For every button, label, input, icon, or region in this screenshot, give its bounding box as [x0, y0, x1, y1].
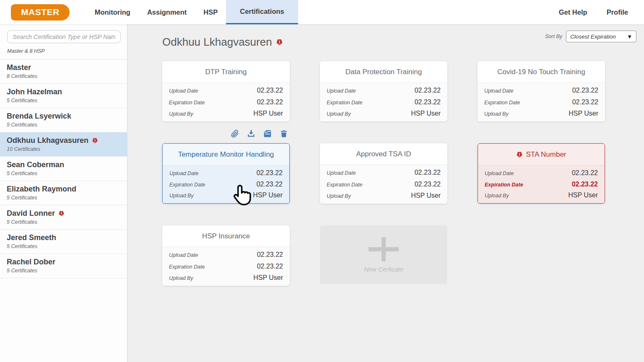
upload-by-value: HSP User — [411, 192, 441, 199]
certificate-card-approved-tsa-id[interactable]: Approved TSA ID Upload Date02.23.22 Expi… — [320, 143, 447, 204]
alert-icon — [516, 151, 523, 158]
sort-by-label: Sort By — [545, 34, 562, 39]
upload-by-label: Upload By — [169, 111, 193, 117]
upload-date-value: 02.23.22 — [415, 87, 441, 94]
nav-tabs: Monitoring Assignment HSP Certifications — [86, 0, 298, 24]
sidebar-item-rachel-dober[interactable]: Rachel Dober 5 Certificates — [0, 254, 127, 278]
nav-tab-assignment[interactable]: Assignment — [139, 0, 195, 24]
expiration-date-label: Expiration Date — [484, 100, 520, 106]
attach-icon[interactable] — [230, 129, 239, 138]
sidebar-item-name: Odkhuu Lkhagvasuren — [7, 136, 88, 145]
expiration-date-label: Expiration Date — [169, 264, 205, 270]
expiration-date-value: 02.23.22 — [257, 263, 283, 270]
sidebar-item-count: 10 Certificates — [7, 146, 120, 152]
alert-icon — [92, 137, 98, 144]
sort-dropdown[interactable]: Closest Expiration ▼ — [566, 31, 636, 42]
profile-link[interactable]: Profile — [607, 8, 628, 16]
nav-tab-certifications[interactable]: Certifications — [226, 0, 298, 24]
sidebar-item-john-hazelman[interactable]: John Hazelman 5 Certificates — [0, 84, 127, 108]
sidebar-item-elizabeth-raymond[interactable]: Elizabeth Raymond 5 Certificates — [0, 181, 127, 205]
sort-control: Sort By Closest Expiration ▼ — [545, 31, 636, 42]
main-content: Odkhuu Lkhagvasuren Sort By Closest Expi… — [128, 24, 644, 362]
upload-date-label: Upload Date — [169, 252, 198, 258]
sidebar-item-name: Rachel Dober — [7, 258, 55, 266]
card-title: Approved TSA ID — [356, 150, 411, 158]
certificate-card-dtp-training[interactable]: DTP Training Upload Date02.23.22 Expirat… — [162, 61, 290, 122]
expiration-date-value: 02.23.22 — [572, 98, 598, 106]
upload-by-value: HSP User — [568, 191, 598, 199]
upload-date-label: Upload Date — [484, 88, 514, 94]
expiration-date-value: 02.23.22 — [257, 181, 283, 188]
upload-by-label: Upload By — [169, 275, 193, 281]
document-icon[interactable] — [263, 129, 272, 138]
upload-date-value: 02.23.22 — [572, 87, 598, 94]
upload-date-label: Upload Date — [169, 88, 198, 94]
expiration-date-label: Expiration Date — [169, 100, 205, 106]
sidebar-item-jered-smeeth[interactable]: Jered Smeeth 5 Certificates — [0, 230, 127, 254]
upload-by-value: HSP User — [253, 191, 283, 199]
card-title: Covid-19 No Touch Training — [497, 68, 585, 76]
sidebar-item-count: 5 Certificates — [7, 122, 120, 128]
chevron-down-icon: ▼ — [627, 34, 632, 40]
upload-date-label: Upload Date — [485, 171, 514, 176]
upload-by-label: Upload By — [169, 193, 194, 199]
certificate-card-hsp-insurance[interactable]: HSP Insurance Upload Date02.23.22 Expira… — [162, 225, 290, 286]
sidebar-item-count: 8 Certificates — [7, 73, 120, 79]
alert-icon — [58, 210, 65, 217]
alert-icon — [276, 39, 283, 46]
sidebar-item-name: Master — [7, 63, 31, 72]
upload-date-value: 02.23.22 — [572, 169, 598, 177]
upload-by-label: Upload By — [327, 193, 351, 199]
sidebar-item-name: Sean Coberman — [7, 160, 64, 169]
new-certificate-label: New Cerficate — [364, 266, 403, 273]
expiration-date-label: Expiration Date — [169, 182, 205, 188]
expiration-date-label: Expiration Date — [485, 182, 523, 188]
upload-date-value: 02.23.22 — [415, 169, 441, 176]
upload-by-label: Upload By — [327, 111, 351, 117]
expiration-date-value: 02.23.22 — [257, 98, 283, 106]
page-title-text: Odkhuu Lkhagvasuren — [162, 36, 272, 49]
sidebar-item-count: 5 Certificates — [7, 171, 120, 176]
sidebar-item-count: 5 Certificates — [7, 98, 120, 103]
card-title: STA Number — [526, 150, 566, 159]
expiration-date-label: Expiration Date — [327, 182, 362, 188]
page-title: Odkhuu Lkhagvasuren — [162, 36, 283, 49]
sidebar-item-david-lonner[interactable]: David Lonner 5 Certificates — [0, 205, 127, 230]
sidebar-item-name: David Lonner — [7, 209, 55, 218]
certificate-card-temperature-monitor-handling[interactable]: Temperature Monitor Handling Upload Date… — [162, 143, 290, 204]
sidebar-item-name: Brenda Lsyerwick — [7, 112, 71, 121]
sidebar-item-odkhuu-lkhagvasuren[interactable]: Odkhuu Lkhagvasuren 10 Certificates — [0, 132, 127, 157]
sidebar-item-name: John Hazelman — [7, 88, 62, 96]
sidebar-item-count: 5 Certificates — [7, 219, 120, 225]
search-input[interactable] — [7, 30, 121, 43]
nav-tab-monitoring[interactable]: Monitoring — [86, 0, 139, 24]
certificate-card-covid19-no-touch-training[interactable]: Covid-19 No Touch Training Upload Date02… — [478, 61, 605, 122]
search-wrap — [0, 24, 127, 43]
card-actions-toolbar — [230, 129, 290, 138]
sidebar-item-master[interactable]: Master 8 Certificates — [0, 59, 127, 84]
nav-tab-hsp[interactable]: HSP — [195, 0, 226, 24]
download-icon[interactable] — [247, 129, 256, 138]
hsp-sidebar: Master & 8 HSP Master 8 Certificates Joh… — [0, 24, 127, 362]
sidebar-item-brenda-lsyerwick[interactable]: Brenda Lsyerwick 5 Certificates — [0, 108, 127, 132]
upload-date-label: Upload Date — [327, 170, 356, 176]
sidebar-item-sean-coberman[interactable]: Sean Coberman 5 Certificates — [0, 157, 127, 181]
upload-by-value: HSP User — [411, 110, 441, 117]
expiration-date-label: Expiration Date — [327, 100, 362, 106]
expiration-date-value: 02.23.22 — [572, 181, 598, 188]
new-certificate-button[interactable]: New Cerficate — [320, 225, 447, 284]
plus-icon — [371, 237, 396, 261]
card-title: HSP Insurance — [202, 232, 250, 240]
upload-date-value: 02.23.22 — [257, 87, 283, 94]
sidebar-item-count: 5 Certificates — [7, 195, 120, 201]
trash-icon[interactable] — [279, 129, 288, 138]
certificate-card-sta-number[interactable]: STA Number Upload Date02.23.22 Expiratio… — [478, 143, 605, 204]
get-help-link[interactable]: Get Help — [559, 8, 587, 16]
card-title: Temperature Monitor Handling — [178, 150, 274, 159]
certificate-card-data-protection-training[interactable]: Data Protection Training Upload Date02.2… — [320, 61, 447, 122]
upload-by-value: HSP User — [253, 110, 283, 117]
upload-by-value: HSP User — [569, 110, 598, 117]
sidebar-summary: Master & 8 HSP — [0, 43, 127, 59]
upload-by-label: Upload By — [485, 193, 509, 199]
card-title: Data Protection Training — [345, 68, 422, 76]
